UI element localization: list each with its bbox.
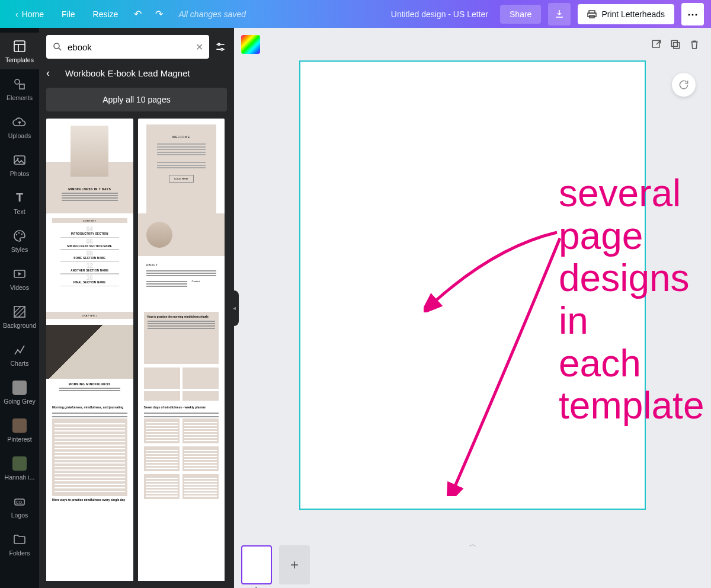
svg-point-22 <box>221 49 223 50</box>
rail-label: Hannah i... <box>5 474 35 481</box>
rail-styles[interactable]: Styles <box>0 222 39 259</box>
svg-point-11 <box>18 232 20 233</box>
rail-label: Videos <box>10 284 29 291</box>
rail-label: Going Grey <box>4 398 36 405</box>
svg-point-6 <box>15 79 20 84</box>
canvas-area: ◂ several page designs in each template <box>234 28 711 588</box>
rail-logos[interactable]: CO. Logos <box>0 488 39 525</box>
breadcrumb-label: Workbook E-book Lead Magnet <box>65 68 190 78</box>
page-strip: ︿ 1 + <box>234 542 711 588</box>
app-icon <box>12 418 27 433</box>
rail-label: Logos <box>11 512 28 519</box>
templates-icon <box>12 39 27 53</box>
rail-going-grey[interactable]: Going Grey <box>0 374 39 411</box>
apply-all-button[interactable]: Apply all 10 pages <box>46 88 227 111</box>
styles-icon <box>12 229 27 243</box>
thumb-title: WELCOME <box>155 135 209 139</box>
svg-point-17 <box>54 43 59 49</box>
thumb-label: CONTENT <box>52 218 127 223</box>
svg-rect-1 <box>588 13 596 17</box>
svg-point-10 <box>16 234 17 235</box>
rail-elements[interactable]: Elements <box>0 71 39 107</box>
print-label: Print Letterheads <box>601 9 665 19</box>
rail-label: Styles <box>11 246 28 253</box>
thumb-title: More ways to practice mindfulness every … <box>52 498 127 501</box>
search-box[interactable]: ✕ <box>46 35 209 59</box>
thumb-section: ANOTHER SECTION NAME <box>52 269 127 272</box>
thumb-title: MORNING MINDFULNESS <box>55 382 125 386</box>
resize-menu[interactable]: Resize <box>85 5 127 24</box>
rail-background[interactable]: Background <box>0 298 39 335</box>
download-icon <box>555 9 564 19</box>
top-bar: ‹ Home File Resize ↶ ↷ All changes saved… <box>0 0 711 28</box>
rail-label: Photos <box>10 170 30 177</box>
print-icon <box>587 9 597 19</box>
svg-rect-3 <box>14 41 25 52</box>
download-button[interactable] <box>548 3 571 25</box>
text-icon: T <box>12 191 27 205</box>
chevron-left-icon: ‹ <box>15 9 18 19</box>
uploads-icon <box>12 115 27 129</box>
template-page-thumb[interactable] <box>138 493 225 581</box>
template-thumbnails: MINDFULNESS IN 7 DAYS WELCOMECLICK HERE … <box>46 119 227 581</box>
thumb-label: CHAPTER 1 <box>46 312 133 319</box>
page-number: 1 <box>255 586 258 588</box>
thumb-contact: Contact: <box>192 280 216 288</box>
svg-point-12 <box>21 233 23 234</box>
more-menu[interactable]: ⋯ <box>681 3 704 25</box>
elements-icon <box>12 77 27 91</box>
redo-button[interactable]: ↷ <box>149 4 169 24</box>
rail-photos[interactable]: Photos <box>0 146 39 183</box>
thumb-section: FINAL SECTION NAME <box>52 281 127 284</box>
rail-label: Folders <box>9 549 30 557</box>
regenerate-button[interactable] <box>672 73 696 97</box>
logos-icon: CO. <box>12 494 27 509</box>
photos-icon <box>12 153 27 167</box>
undo-button[interactable]: ↶ <box>127 4 148 24</box>
thumb-title: MINDFULNESS IN 7 DAYS <box>57 187 123 191</box>
rail-text[interactable]: T Text <box>0 184 39 221</box>
rail-folders[interactable]: Folders <box>0 526 39 563</box>
side-rail: Templates Elements Uploads Photos T Text… <box>0 28 39 588</box>
refresh-icon <box>678 79 690 91</box>
template-page-thumb[interactable]: More ways to practice mindfulness every … <box>46 493 133 581</box>
svg-rect-7 <box>20 84 24 89</box>
file-menu[interactable]: File <box>53 5 84 24</box>
rail-charts[interactable]: Charts <box>0 336 39 373</box>
rail-label: Pinterest <box>7 436 31 443</box>
templates-panel: ✕ ‹ Workbook E-book Lead Magnet Apply al… <box>39 28 234 588</box>
charts-icon <box>12 343 27 357</box>
sliders-icon <box>214 41 226 53</box>
rail-label: Uploads <box>8 132 31 139</box>
back-button[interactable]: ‹ <box>46 67 58 79</box>
search-icon <box>52 41 63 52</box>
filter-button[interactable] <box>214 40 227 53</box>
folders-icon <box>12 532 27 547</box>
search-input[interactable] <box>68 42 191 52</box>
share-button[interactable]: Share <box>500 5 541 24</box>
thumb-title: ABOUT <box>146 263 217 267</box>
add-page-button[interactable]: + <box>279 545 310 584</box>
breadcrumb: ‹ Workbook E-book Lead Magnet <box>46 66 227 81</box>
thumb-section: MINDFULNESS SECTION NAME <box>52 245 127 248</box>
rail-pinterest[interactable]: Pinterest <box>0 412 39 449</box>
rail-uploads[interactable]: Uploads <box>0 108 39 145</box>
canvas-page[interactable] <box>299 60 646 510</box>
rail-hannah[interactable]: Hannah i... <box>0 450 39 487</box>
thumb-section: INTRODUCTORY SECTION <box>52 232 127 235</box>
rail-label: Background <box>3 322 36 329</box>
home-button[interactable]: ‹ Home <box>7 5 52 24</box>
print-button[interactable]: Print Letterheads <box>578 4 674 24</box>
page-thumbnail[interactable]: 1 <box>241 545 272 584</box>
thumb-title: Seven days of mindfulness - weekly plann… <box>144 405 219 409</box>
app-icon <box>12 456 27 471</box>
save-status: All changes saved <box>178 9 246 19</box>
expand-strip-icon[interactable]: ︿ <box>469 539 476 549</box>
thumb-section: SOME SECTION NAME <box>52 257 127 260</box>
rail-videos[interactable]: Videos <box>0 260 39 297</box>
svg-point-20 <box>218 43 220 45</box>
clear-search-icon[interactable]: ✕ <box>196 41 203 53</box>
rail-templates[interactable]: Templates <box>0 33 39 69</box>
svg-line-18 <box>59 48 61 50</box>
document-title[interactable]: Untitled design - US Letter <box>391 9 488 19</box>
